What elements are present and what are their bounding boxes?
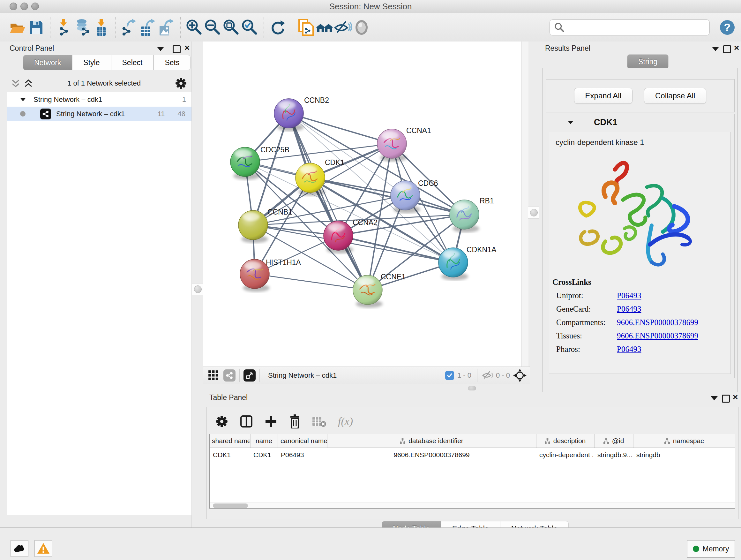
cell-shared-name[interactable]: CDK1 [210,448,250,462]
network-edge-CCNB2-CCNA1[interactable] [289,113,392,144]
memory-button[interactable]: Memory [687,540,735,558]
cell-id[interactable]: stringdb:9... [594,448,633,462]
control-panel-menu-button[interactable] [157,47,164,52]
main-toolbar: ? [0,13,741,42]
network-collection-row[interactable]: String Network – cdk1 1 [7,92,192,107]
table-panel-float-button[interactable] [722,395,730,404]
crosslink-tissues-link[interactable]: 9606.ENSP00000378699 [617,331,698,340]
right-splitter-handle[interactable] [528,206,540,219]
show-columns-icon[interactable] [240,415,253,428]
expand-all-icon[interactable] [23,78,33,88]
network-edge-HIST1H1A-CCNE1[interactable] [255,274,367,290]
selected-checkbox-icon[interactable] [445,371,454,380]
zoom-out-button[interactable] [204,17,222,37]
zoom-selected-button[interactable] [241,17,259,37]
cell-name[interactable]: CDK1 [250,448,278,462]
import-network-database-button[interactable] [73,17,92,37]
expand-all-button[interactable]: Expand All [574,88,632,104]
show-graphics-details-button[interactable] [352,17,371,37]
results-panel-menu-button[interactable] [712,47,719,52]
delete-table-icon[interactable] [313,416,327,427]
share-view-icon[interactable] [223,369,235,381]
collection-expand-icon[interactable] [20,98,26,101]
zoom-in-button[interactable] [185,17,204,37]
crosslink-genecard-link[interactable]: P06493 [617,305,641,314]
string-app-icon [40,109,51,119]
canvas-vertical-scrollbar[interactable] [522,42,529,367]
cell-database-identifier[interactable]: 9606.ENSP00000378699 [327,448,536,462]
open-in-window-icon[interactable] [244,369,256,381]
crosslink-label: Compartments: [556,318,617,327]
control-panel-float-button[interactable] [173,45,181,55]
table-row[interactable]: CDK1 CDK1 P06493 9606.ENSP00000378699 cy… [210,448,735,462]
column-header[interactable]: description [536,434,594,448]
cloud-status-button[interactable] [10,540,28,557]
table-gear-icon[interactable] [215,415,228,428]
cell-canonical-name[interactable]: P06493 [278,448,327,462]
horizontal-splitter-handle[interactable] [468,386,476,390]
database-import-icon [74,19,91,36]
hidden-eye-icon[interactable] [481,370,494,381]
network-options-gear-icon[interactable] [175,77,187,89]
add-column-icon[interactable] [265,415,277,428]
function-builder-icon[interactable]: f(x) [338,415,353,428]
table-scrollbar-thumb[interactable] [213,503,248,508]
crosslink-compartments-link[interactable]: 9606.ENSP00000378699 [617,318,698,327]
crosslink-uniprot-link[interactable]: P06493 [617,291,641,300]
export-network-button[interactable] [120,17,138,37]
column-header[interactable]: database identifier [327,434,536,448]
gene-collapse-icon[interactable] [568,121,574,124]
gene-header-row[interactable]: CDK1 [546,114,734,131]
zoom-fit-button[interactable] [222,17,241,37]
tab-select[interactable]: Select [111,55,154,70]
left-splitter[interactable] [192,42,204,527]
birdseye-grid-icon[interactable] [208,370,219,381]
export-image-button[interactable] [157,17,176,37]
crosslink-label: Uniprot: [556,291,617,300]
left-splitter-handle[interactable] [192,283,204,295]
fit-crosshair-icon[interactable] [513,369,527,382]
tab-sets[interactable]: Sets [153,55,191,70]
refresh-view-button[interactable] [269,17,287,37]
tab-string[interactable]: String [627,54,669,69]
warnings-button[interactable] [35,540,52,557]
zoom-fit-icon [223,19,240,36]
results-panel-float-button[interactable] [723,45,731,55]
clone-network-button[interactable] [297,17,315,37]
crosslink-pharos-link[interactable]: P06493 [617,345,641,354]
export-table-button[interactable] [138,17,157,37]
network-column-icon [400,438,405,444]
network-row[interactable]: String Network – cdk1 11 48 [7,107,192,121]
column-header[interactable]: @id [594,434,633,448]
cell-namespace[interactable]: stringdb [633,448,735,462]
results-panel-close-button[interactable]: × [734,45,739,51]
search-input[interactable] [568,21,710,34]
collapse-all-button[interactable]: Collapse All [644,88,706,104]
control-panel-close-button[interactable]: × [185,45,190,51]
toolbar-search-field[interactable] [549,19,710,36]
cell-description[interactable]: cyclin-dependent ... [536,448,594,462]
table-panel-close-button[interactable]: × [733,394,738,400]
column-header[interactable]: shared name [210,434,250,448]
collapse-all-icon[interactable] [11,78,20,88]
right-splitter[interactable] [529,42,540,386]
refresh-icon [270,19,286,36]
tab-network[interactable]: Network [23,55,72,70]
save-session-button[interactable] [27,17,45,37]
network-canvas[interactable]: CCNB2CCNA1CDC25BCDK1CDC6RB1CCNB1CCNA2CDK… [203,42,530,367]
help-button[interactable]: ? [719,19,735,37]
table-horizontal-scrollbar[interactable] [210,503,735,509]
import-table-button[interactable] [92,17,111,37]
column-header[interactable]: canonical name [278,434,327,448]
open-session-button[interactable] [8,17,27,37]
control-panel-title: Control Panel [10,44,54,53]
column-header[interactable]: name [250,434,278,448]
table-panel-menu-button[interactable] [711,396,718,401]
home-layout-button[interactable] [315,17,334,37]
hide-show-graphics-button[interactable] [334,17,352,37]
delete-column-icon[interactable] [289,415,301,428]
tab-style[interactable]: Style [72,55,111,70]
column-header[interactable]: namespac [633,434,735,448]
import-network-file-button[interactable] [55,17,73,37]
network-edge-CCNA2-CDKN1A[interactable] [338,236,453,262]
